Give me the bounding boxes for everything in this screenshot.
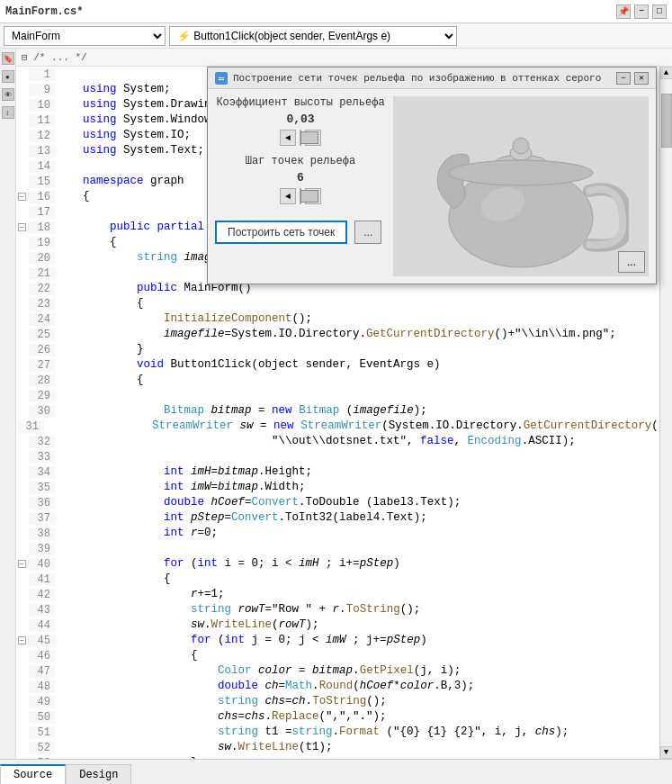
code-text[interactable]: "\\out\\dotsnet.txt", false, Encoding.AS… xyxy=(56,434,659,449)
table-row: 28 { xyxy=(16,373,659,388)
code-text[interactable]: string chs=ch.ToString(); xyxy=(56,694,659,709)
table-row: 26 } xyxy=(16,342,659,357)
build-button[interactable]: Построить сеть точек xyxy=(215,221,347,244)
table-row: 23 { xyxy=(16,296,659,311)
class-dropdown[interactable]: MainForm xyxy=(4,26,166,46)
code-text[interactable]: Color color = bitmap.GetPixel(j, i); xyxy=(56,663,659,679)
code-text[interactable]: Bitmap bitmap = new Bitmap (imagefile); xyxy=(56,403,659,419)
collapse-icon[interactable]: − xyxy=(18,193,26,201)
code-text[interactable]: double ch=Math.Round(hCoef*color.B,3); xyxy=(56,679,659,694)
param-2-track[interactable] xyxy=(300,188,301,204)
collapse-icon[interactable]: − xyxy=(18,560,26,568)
param-1-decrease[interactable]: ◄ xyxy=(280,130,296,146)
line-number: 40 xyxy=(29,558,56,571)
dialog-br-ellipsis-button[interactable]: ... xyxy=(618,251,645,273)
code-text[interactable] xyxy=(56,449,659,464)
code-text[interactable]: int pStep=Convert.ToInt32(label4.Text); xyxy=(56,510,659,526)
code-text[interactable]: int imH=bitmap.Height; xyxy=(56,464,659,480)
param-group-1: Коэффициент высоты рельефа 0,03 ◄ ► xyxy=(215,96,386,146)
table-row: 41 { xyxy=(16,572,659,587)
scroll-up-arrow[interactable]: ▲ xyxy=(660,67,673,79)
dialog-minimize-button[interactable]: − xyxy=(616,72,631,85)
table-row: 43 string rowT="Row " + r.ToString(); xyxy=(16,602,659,617)
tab-source[interactable]: Source xyxy=(0,764,66,784)
code-text[interactable]: StreamWriter sw = new StreamWriter(Syste… xyxy=(44,419,659,434)
expand-collapse-icon[interactable]: − xyxy=(16,223,29,231)
param-group-2: Шаг точек рельефа 6 ◄ ► xyxy=(215,155,386,204)
code-text[interactable]: sw.WriteLine(t1); xyxy=(56,740,659,755)
code-text[interactable]: { xyxy=(56,648,659,663)
code-text[interactable]: for (int j = 0; j < imW ; j+=pStep) xyxy=(56,633,659,648)
nav-bar: ⊟ /* ... */ xyxy=(16,49,672,67)
dialog-title-text: Построение сети точек рельефа по изображ… xyxy=(233,73,601,84)
vertical-scrollbar[interactable]: ▲ ▼ xyxy=(659,67,672,759)
code-text[interactable]: { xyxy=(56,572,659,587)
code-text[interactable]: } xyxy=(56,342,659,357)
collapse-icon[interactable]: − xyxy=(18,636,26,644)
code-text[interactable]: int imW=bitmap.Width; xyxy=(56,480,659,495)
table-row: 24 InitializeComponent(); xyxy=(16,311,659,327)
maximize-button[interactable]: □ xyxy=(652,5,667,19)
param-1-thumb[interactable] xyxy=(300,131,318,144)
code-text[interactable]: string t1 =string.Format ("{0} {1} {2}",… xyxy=(56,725,659,740)
table-row: 44 sw.WriteLine(rowT); xyxy=(16,617,659,633)
code-text[interactable] xyxy=(56,388,659,403)
code-text[interactable]: int r=0; xyxy=(56,526,659,541)
param-2-thumb[interactable] xyxy=(300,190,318,203)
ellipsis-button[interactable]: ... xyxy=(354,221,381,244)
param-1-label: Коэффициент высоты рельефа xyxy=(216,96,384,109)
code-text[interactable]: void Button1Click(object sender, EventAr… xyxy=(56,357,659,373)
code-text[interactable]: sw.WriteLine(rowT); xyxy=(56,617,659,633)
line-number: 10 xyxy=(29,99,56,112)
code-text[interactable]: chs=chs.Replace(",","."); xyxy=(56,709,659,725)
code-text[interactable]: string rowT="Row " + r.ToString(); xyxy=(56,602,659,617)
collapse-icon[interactable]: − xyxy=(18,223,26,231)
line-number: 35 xyxy=(29,482,56,494)
table-row: 52 sw.WriteLine(t1); xyxy=(16,740,659,755)
pin-button[interactable]: 📌 xyxy=(616,5,631,19)
param-2-decrease[interactable]: ◄ xyxy=(280,188,296,204)
scroll-down-arrow[interactable]: ▼ xyxy=(660,746,673,759)
side-icons-panel: 🔖 ● 👁 ↕ xyxy=(0,49,16,759)
line-number: 15 xyxy=(29,176,56,188)
minimize-button[interactable]: − xyxy=(634,5,649,19)
dialog-teapot-area: ... xyxy=(393,96,649,276)
table-row: 42 r+=1; xyxy=(16,587,659,602)
code-text[interactable]: { xyxy=(56,373,659,388)
code-text[interactable]: r+=1; xyxy=(56,587,659,602)
expand-collapse-icon[interactable]: − xyxy=(16,636,29,644)
watch-icon[interactable]: 👁 xyxy=(2,88,14,101)
table-row: −40 for (int i = 0; i < imH ; i+=pStep) xyxy=(16,556,659,572)
code-text[interactable]: InitializeComponent(); xyxy=(56,311,659,327)
expand-collapse-icon[interactable]: − xyxy=(16,193,29,201)
tab-design[interactable]: Design xyxy=(66,764,131,784)
dialog-icon xyxy=(215,72,228,85)
line-number: 20 xyxy=(29,252,56,265)
breakpoint-icon[interactable]: ● xyxy=(2,70,14,83)
dialog-close-button[interactable]: ✕ xyxy=(634,72,649,85)
line-number: 50 xyxy=(29,711,56,724)
line-number: 31 xyxy=(17,420,44,433)
table-row: 34 int imH=bitmap.Height; xyxy=(16,464,659,480)
line-number: 24 xyxy=(29,313,56,326)
table-row: 32 "\\out\\dotsnet.txt", false, Encoding… xyxy=(16,434,659,449)
code-text[interactable] xyxy=(56,541,659,556)
code-text[interactable]: double hCoef=Convert.ToDouble (label3.Te… xyxy=(56,495,659,510)
table-row: 25 imagefile=System.IO.Directory.GetCurr… xyxy=(16,327,659,342)
line-number: 41 xyxy=(29,573,56,586)
dialog-params: Коэффициент высоты рельефа 0,03 ◄ ► Шаг … xyxy=(215,96,386,276)
param-1-track[interactable] xyxy=(300,130,301,146)
toolbar: MainForm ⚡ Button1Click(object sender, E… xyxy=(0,23,672,49)
code-text[interactable]: } xyxy=(56,755,659,759)
teapot-svg xyxy=(413,101,629,272)
bookmark-icon[interactable]: 🔖 xyxy=(2,52,14,65)
code-text[interactable]: { xyxy=(56,296,659,311)
expand-collapse-icon[interactable]: − xyxy=(16,560,29,568)
code-text[interactable]: imagefile=System.IO.Directory.GetCurrent… xyxy=(56,327,659,342)
param-1-value: 0,03 xyxy=(286,113,314,126)
param-2-label: Шаг точек рельефа xyxy=(246,155,355,167)
nav-icon[interactable]: ↕ xyxy=(2,106,14,119)
method-dropdown[interactable]: ⚡ Button1Click(object sender, EventArgs … xyxy=(169,26,457,46)
code-text[interactable]: for (int i = 0; i < imH ; i+=pStep) xyxy=(56,556,659,572)
scroll-thumb[interactable] xyxy=(661,94,672,148)
